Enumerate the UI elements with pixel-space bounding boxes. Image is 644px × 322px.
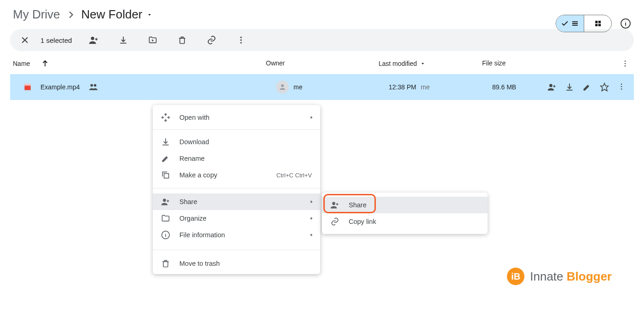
watermark-logo: iB: [507, 268, 524, 285]
svg-rect-4: [598, 21, 600, 23]
grid-view-option[interactable]: [584, 15, 611, 32]
file-row[interactable]: Example.mp4 me 12:38 PM me 89.6 MB: [10, 74, 634, 100]
menu-rename[interactable]: Rename: [153, 150, 320, 167]
star-icon: [600, 82, 609, 92]
svg-point-12: [91, 37, 94, 40]
link-button[interactable]: [202, 31, 221, 49]
owner-column[interactable]: Owner: [266, 59, 379, 68]
menu-file-info-label: File information: [179, 231, 225, 239]
trash-icon: [161, 259, 170, 268]
row-share-button[interactable]: [547, 82, 557, 92]
svg-rect-5: [595, 24, 598, 26]
row-rename-button[interactable]: [582, 82, 592, 92]
submenu-share-label: Share: [349, 201, 367, 209]
svg-rect-35: [164, 174, 169, 178]
breadcrumb-folder[interactable]: New Folder: [81, 7, 153, 22]
menu-make-copy[interactable]: Make a copy Ctrl+C Ctrl+V: [153, 167, 320, 183]
header-controls: [556, 15, 631, 32]
menu-download-label: Download: [179, 138, 209, 146]
column-headers: Name Owner Last modified File size: [0, 51, 644, 74]
download-icon: [161, 137, 170, 146]
menu-download[interactable]: Download: [153, 134, 320, 150]
arrow-right-icon: [309, 115, 314, 120]
svg-point-25: [281, 84, 284, 87]
pencil-icon: [161, 154, 170, 163]
menu-open-with-label: Open with: [179, 114, 209, 121]
svg-point-26: [549, 84, 552, 87]
size-column[interactable]: File size: [482, 59, 631, 68]
menu-trash-label: Move to trash: [179, 260, 220, 267]
svg-marker-30: [601, 83, 609, 91]
menu-organize[interactable]: Organize: [153, 210, 320, 227]
info-button[interactable]: [620, 18, 631, 29]
arrow-right-icon: [309, 233, 314, 237]
context-menu: Open with Download Rename Make a copy Ct…: [153, 105, 320, 274]
svg-point-17: [241, 39, 242, 41]
svg-point-24: [94, 84, 97, 87]
selection-count: 1 selected: [40, 36, 72, 44]
folder-icon: [161, 214, 170, 223]
more-button[interactable]: [232, 31, 250, 49]
person-add-icon: [161, 197, 170, 206]
svg-point-36: [163, 199, 166, 202]
view-toggle: [556, 15, 612, 32]
menu-trash[interactable]: Move to trash: [153, 253, 320, 274]
name-column[interactable]: Name: [13, 59, 266, 68]
download-button[interactable]: [114, 31, 132, 49]
svg-point-20: [625, 60, 626, 62]
person-add-icon: [547, 82, 557, 92]
list-icon: [571, 19, 579, 28]
menu-open-with[interactable]: Open with: [153, 105, 320, 130]
menu-organize-label: Organize: [179, 215, 207, 222]
svg-point-31: [621, 83, 622, 85]
person-add-icon: [330, 200, 339, 210]
delete-button[interactable]: [173, 31, 191, 49]
person-add-icon: [89, 35, 99, 45]
move-button[interactable]: [144, 31, 162, 49]
check-icon: [561, 19, 569, 28]
file-name: Example.mp4: [40, 83, 80, 91]
svg-point-16: [241, 37, 242, 38]
breadcrumb-folder-label: New Folder: [81, 7, 143, 22]
row-more-button[interactable]: [617, 82, 626, 92]
info-icon: [620, 18, 631, 29]
avatar: [276, 81, 289, 94]
move-folder-icon: [148, 35, 157, 45]
menu-separator: [153, 250, 320, 250]
svg-point-42: [332, 202, 335, 205]
svg-point-21: [625, 63, 626, 64]
svg-point-23: [90, 84, 93, 87]
share-button[interactable]: [85, 31, 103, 49]
more-vert-icon: [621, 59, 629, 68]
modified-column[interactable]: Last modified: [379, 59, 482, 68]
pencil-icon: [582, 82, 592, 92]
shared-icon: [88, 82, 98, 92]
watermark: iB Innate Blogger: [507, 268, 612, 285]
arrow-right-icon: [309, 216, 314, 221]
video-file-icon: [23, 82, 32, 92]
modified-column-label: Last modified: [379, 60, 417, 67]
menu-share[interactable]: Share: [153, 193, 320, 210]
menu-rename-label: Rename: [179, 155, 205, 162]
svg-point-18: [241, 42, 242, 43]
submenu-share[interactable]: Share: [322, 197, 488, 213]
name-column-label: Name: [13, 60, 30, 67]
arrow-right-icon: [309, 199, 314, 204]
list-view-option[interactable]: [556, 15, 584, 32]
watermark-text: Innate Blogger: [530, 269, 612, 284]
column-options-button[interactable]: [621, 59, 629, 68]
menu-make-copy-kbd: Ctrl+C Ctrl+V: [276, 172, 312, 179]
row-download-button[interactable]: [565, 82, 574, 92]
row-star-button[interactable]: [600, 82, 609, 92]
breadcrumb-root[interactable]: My Drive: [13, 7, 60, 22]
info-icon: [161, 230, 170, 240]
caret-down-icon: [146, 12, 153, 18]
selection-toolbar: 1 selected: [10, 29, 634, 51]
menu-file-info[interactable]: File information: [153, 227, 320, 243]
clear-selection-button[interactable]: [16, 31, 34, 49]
svg-point-33: [621, 88, 622, 90]
svg-point-32: [621, 86, 622, 88]
submenu-copy-link[interactable]: Copy link: [322, 213, 488, 230]
more-vert-icon: [236, 35, 246, 45]
svg-rect-6: [598, 24, 600, 26]
